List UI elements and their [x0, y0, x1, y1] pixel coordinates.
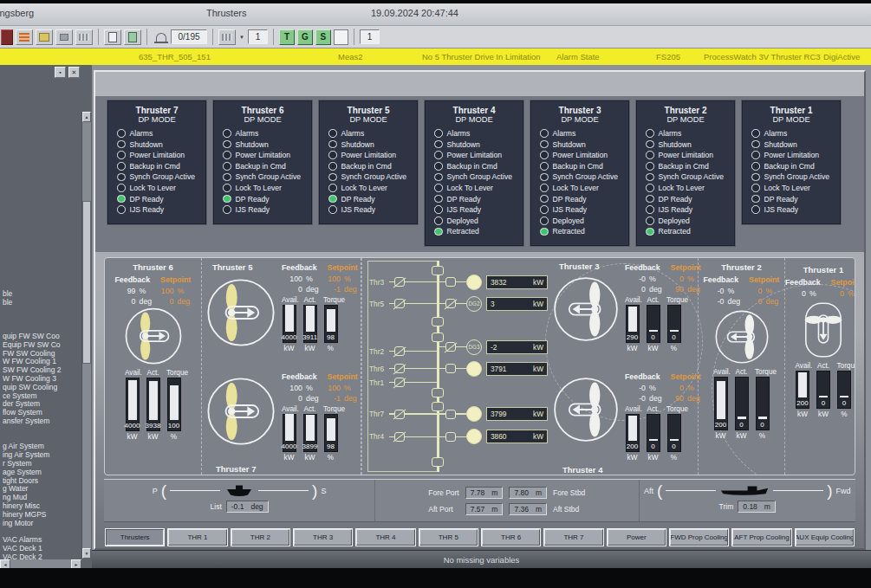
nav-button[interactable]: FWD Prop Cooling — [670, 529, 728, 546]
bar-header: Torque — [166, 369, 181, 377]
bar-fill — [628, 416, 637, 441]
nav-button[interactable]: THR 7 — [544, 529, 602, 546]
status-label: Backup in Cmd — [553, 162, 603, 171]
status-indicator-row: Lock To Lever — [322, 184, 414, 192]
bar-unit: % — [755, 432, 770, 440]
bar-header: Torque — [666, 405, 681, 413]
toolbar-tgs-button[interactable]: T — [279, 29, 295, 45]
sidebar-item[interactable] — [3, 315, 81, 324]
alarm-list-icon[interactable] — [16, 29, 33, 45]
horizontal-scrollbar[interactable]: ◄ ► — [0, 559, 81, 568]
bar-unit: kW — [282, 454, 296, 462]
sidebar-item[interactable]: ansfer System — [3, 417, 81, 426]
bar-unit: kW — [625, 454, 640, 462]
nav-button[interactable]: Thrusters — [106, 529, 164, 546]
dp-panel-subtitle: DP MODE — [640, 115, 731, 124]
alarm-watch: ProcessWatch 3V Thruster RC3 — [704, 52, 821, 61]
sidebar-item[interactable]: ing Motor — [3, 520, 81, 528]
led-icon — [646, 129, 654, 138]
bar-well: 3899 — [303, 414, 317, 452]
page-prev-icon[interactable] — [104, 29, 121, 45]
feedback-label: Feedback — [115, 275, 151, 284]
close-icon[interactable]: ✕ — [68, 67, 80, 78]
nav-button[interactable]: AFT Prop Cooling — [732, 529, 790, 546]
thruster1-detail: Thruster 1 FeedbackSetpoint 0% 0% — [784, 258, 855, 475]
app-brand: Kongsberg — [0, 8, 34, 18]
chevron-down-icon[interactable]: ▼ — [239, 35, 244, 40]
nav-button[interactable]: Power — [608, 529, 666, 546]
bar-gauge: Torque 98 % — [323, 405, 338, 462]
nav-button[interactable]: THR 2 — [231, 529, 289, 546]
alarm-bar[interactable]: 635_THR_505_151 Meas2 No 5 Thruster Driv… — [0, 48, 871, 65]
led-icon — [646, 195, 654, 204]
status-label: Shutdown — [341, 140, 374, 149]
feedback-label: Feedback — [282, 372, 317, 381]
nav-button[interactable]: AUX Equip Cooling — [796, 529, 854, 546]
status-label: Alarms — [659, 129, 682, 138]
scrollbar-thumb[interactable] — [82, 201, 91, 364]
keypad-icon[interactable] — [75, 29, 93, 45]
bar-header: Avail. — [282, 296, 296, 304]
setpoint-label: Setpoint — [749, 275, 779, 284]
status-label: Lock To Lever — [341, 184, 387, 192]
minimize-icon[interactable]: ▪ — [55, 67, 66, 78]
status-label: IJS Ready — [764, 205, 799, 214]
monitor-screen: Kongsberg Thrusters 19.09.2024 20:47:44 … — [0, 3, 871, 568]
page-title: Thrusters — [206, 8, 246, 18]
bar-fill — [840, 396, 848, 397]
dp-status-list: Alarms Shutdown Power Limitation Backup … — [745, 129, 837, 214]
nav-button[interactable]: THR 1 — [168, 529, 226, 546]
scroll-up-icon[interactable]: ▲ — [82, 112, 91, 122]
bar-gauge: Act. 0 kW — [646, 405, 660, 462]
status-label: DP Ready — [447, 195, 481, 204]
bar-well: 98 — [324, 305, 338, 343]
view-list-icon[interactable] — [218, 29, 236, 45]
bar-well: 4000 — [283, 305, 296, 343]
dp-panel-subtitle: DP MODE — [111, 115, 203, 124]
event-list-icon[interactable] — [36, 29, 53, 45]
setpoint-label: Setpoint — [328, 263, 358, 272]
bar-unit: kW — [282, 345, 296, 352]
setpoint-degrees: 90 — [663, 285, 684, 294]
scroll-left-icon[interactable]: ◄ — [0, 559, 10, 568]
toolbar-tgs-button[interactable]: S — [315, 29, 331, 45]
aft-port-draft-box: 7.57m — [465, 503, 504, 515]
status-label: Lock To Lever — [553, 184, 599, 192]
bar-gauge: Torque 98 % — [323, 296, 338, 352]
toolbar-tgs-button[interactable]: G — [297, 29, 313, 45]
sidebar-item[interactable] — [3, 307, 81, 316]
setpoint-degrees: -1 — [320, 285, 341, 294]
bar-unit: % — [666, 345, 681, 352]
sidebar-item[interactable]: ble — [3, 299, 81, 307]
scroll-right-icon[interactable]: ► — [71, 559, 81, 568]
bar-value: 4000 — [282, 443, 297, 450]
nav-button[interactable]: THR 4 — [356, 529, 414, 546]
bar-well: 3911 — [303, 305, 317, 343]
bar-value: 0 — [816, 399, 831, 407]
led-icon — [751, 162, 760, 171]
bar-well: 0 — [816, 371, 830, 409]
blank-toolbar-button[interactable] — [334, 29, 348, 45]
nav-button[interactable]: THR 5 — [419, 529, 478, 546]
bar-value: 100 — [166, 422, 182, 430]
page-next-icon[interactable] — [124, 29, 141, 45]
vertical-scrollbar[interactable]: ▲ ▼ — [81, 112, 91, 559]
status-indicator-row: IJS Ready — [640, 205, 731, 214]
nav-button[interactable]: THR 3 — [294, 529, 352, 546]
nav-button[interactable]: THR 6 — [482, 529, 540, 546]
bar-fill — [628, 307, 637, 332]
scroll-down-icon[interactable]: ▼ — [82, 548, 91, 559]
list-value-box: -0.1deg — [226, 501, 269, 513]
status-label: Synch Group Active — [447, 172, 512, 181]
sidebar-item[interactable]: ble — [3, 290, 81, 299]
dp-mode-panel: Thruster 6 DP MODE Alarms Shutdown Power… — [213, 100, 312, 224]
system-icon[interactable] — [1, 29, 13, 45]
alarm-bell-icon[interactable] — [156, 33, 166, 42]
sidebar-item[interactable] — [3, 426, 81, 435]
status-indicator-row: Power Limitation — [428, 151, 520, 159]
bar-unit: kW — [302, 345, 317, 352]
status-indicator-row: Shutdown — [217, 140, 309, 149]
status-indicator-row: Backup in Cmd — [745, 162, 837, 171]
bar-gauge: Torque 0 % — [755, 368, 770, 440]
history-icon[interactable] — [55, 29, 73, 45]
